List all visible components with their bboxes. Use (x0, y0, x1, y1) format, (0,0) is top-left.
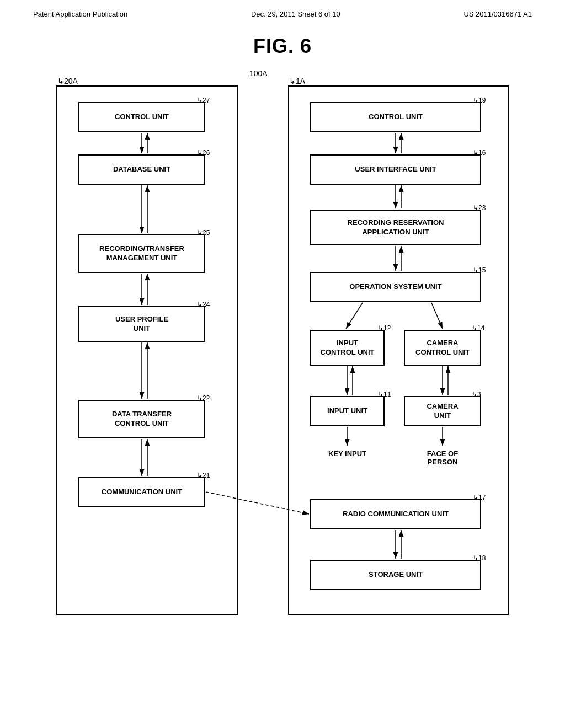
header-left: Patent Application Publication (33, 10, 127, 18)
num-12: ↳12 (378, 324, 391, 332)
label-face-person: FACE OF PERSON (404, 449, 481, 466)
num-24: ↳24 (197, 301, 210, 308)
system-label: 100A (249, 69, 268, 78)
box-rec-transfer: RECORDING/TRANSFER MANAGEMENT UNIT (78, 234, 205, 273)
box-op-system: OPERATION SYSTEM UNIT (310, 272, 481, 302)
box-control-unit-right: CONTROL UNIT (310, 102, 481, 132)
num-26: ↳26 (197, 149, 210, 157)
box-radio-comm: RADIO COMMUNICATION UNIT (310, 499, 481, 529)
label-key-input: KEY INPUT (310, 449, 385, 458)
right-panel-label: ↳1A (289, 77, 305, 85)
box-ui-unit: USER INTERFACE UNIT (310, 154, 481, 185)
num-17: ↳17 (473, 494, 486, 501)
box-input-unit: INPUT UNIT (310, 396, 385, 426)
num-23: ↳23 (473, 204, 486, 212)
box-input-ctrl: INPUT CONTROL UNIT (310, 330, 385, 366)
box-storage-unit: STORAGE UNIT (310, 560, 481, 590)
header-middle: Dec. 29, 2011 Sheet 6 of 10 (251, 10, 340, 18)
num-21: ↳21 (197, 472, 210, 479)
num-15: ↳15 (473, 266, 486, 274)
num-14: ↳14 (472, 324, 484, 332)
left-panel-label: ↳20A (57, 77, 78, 85)
num-25: ↳25 (197, 229, 210, 237)
box-comm-unit: COMMUNICATION UNIT (78, 477, 205, 507)
fig-title: FIG. 6 (0, 35, 565, 58)
box-camera-ctrl: CAMERA CONTROL UNIT (404, 330, 481, 366)
header-right: US 2011/0316671 A1 (463, 10, 532, 18)
num-3: ↳3 (472, 390, 481, 398)
box-db-unit: DATABASE UNIT (78, 154, 205, 185)
box-control-unit-left: CONTROL UNIT (78, 102, 205, 132)
num-27: ↳27 (197, 97, 210, 104)
box-camera-unit: CAMERA UNIT (404, 396, 481, 426)
diagram-area: 100A ↳20A ↳1A CONTROL UNIT ↳27 DATABASE … (45, 69, 520, 648)
num-11: ↳11 (378, 390, 391, 398)
num-18: ↳18 (473, 554, 486, 562)
box-rec-reservation: RECORDING RESERVATION APPLICATION UNIT (310, 210, 481, 245)
num-22: ↳22 (197, 394, 210, 402)
num-19: ↳19 (473, 97, 486, 104)
box-data-transfer: DATA TRANSFER CONTROL UNIT (78, 400, 205, 438)
box-user-profile: USER PROFILE UNIT (78, 306, 205, 342)
num-16: ↳16 (473, 149, 486, 157)
